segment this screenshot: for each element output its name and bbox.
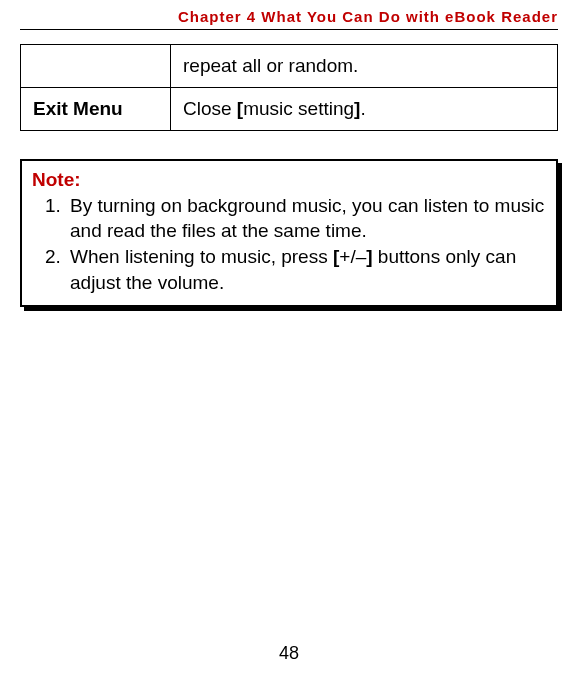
row2-prefix: Close bbox=[183, 98, 237, 119]
table-row: repeat all or random. bbox=[21, 45, 558, 88]
note-title: Note: bbox=[32, 167, 546, 193]
page-number: 48 bbox=[0, 643, 578, 664]
note-box: Note: By turning on background music, yo… bbox=[20, 159, 558, 307]
row2-label: Exit Menu bbox=[21, 88, 171, 131]
menu-table: repeat all or random. Exit Menu Close [m… bbox=[20, 44, 558, 131]
note-list: By turning on background music, you can … bbox=[32, 193, 546, 296]
row2-suffix: . bbox=[360, 98, 365, 119]
item2-mid: +/– bbox=[339, 246, 366, 267]
list-item: When listening to music, press [+/–] but… bbox=[66, 244, 546, 295]
chapter-header: Chapter 4 What You Can Do with eBook Rea… bbox=[20, 8, 558, 30]
row2-mid: music setting bbox=[243, 98, 354, 119]
row1-desc: repeat all or random. bbox=[171, 45, 558, 88]
item2-prefix: When listening to music, press bbox=[70, 246, 333, 267]
list-item: By turning on background music, you can … bbox=[66, 193, 546, 244]
table-row: Exit Menu Close [music setting]. bbox=[21, 88, 558, 131]
row1-label bbox=[21, 45, 171, 88]
row2-desc: Close [music setting]. bbox=[171, 88, 558, 131]
